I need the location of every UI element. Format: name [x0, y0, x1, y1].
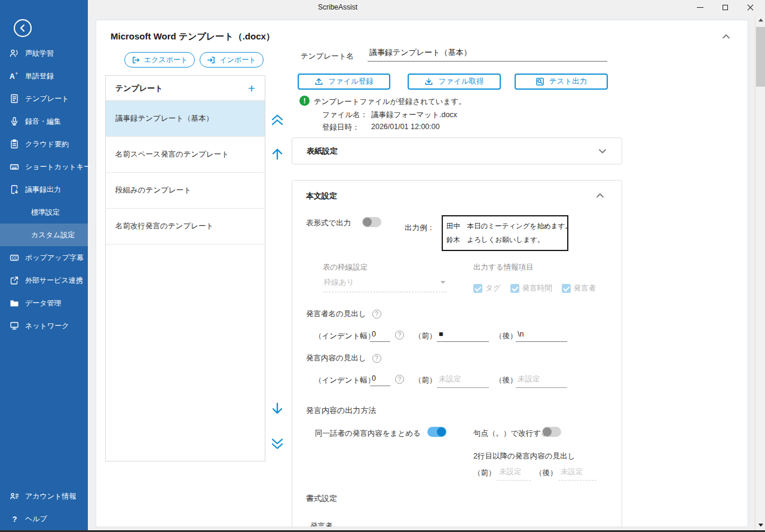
import-button[interactable]: インポート: [200, 52, 264, 68]
vertical-scrollbar[interactable]: [755, 15, 765, 530]
merge-speaker-label: 同一話者の発言内容をまとめる: [315, 429, 421, 439]
move-bottom-button[interactable]: [270, 437, 284, 451]
template-list-item[interactable]: 段組みのテンプレート: [106, 173, 265, 209]
speaker-indent-field[interactable]: 0: [370, 330, 390, 342]
content-indent-field[interactable]: 0: [370, 374, 390, 386]
sidebar-item-record-edit[interactable]: 録音・編集: [0, 110, 88, 133]
scroll-up-button[interactable]: [755, 15, 765, 25]
sidebar-item-popup-subtitles[interactable]: CC ポップアップ字幕: [0, 246, 88, 269]
sidebar-item-help[interactable]: ? ヘルプ: [0, 507, 88, 530]
sidebar-item-label: 単語登録: [25, 71, 54, 81]
add-template-button[interactable]: +: [248, 82, 255, 94]
cc-icon: CC: [10, 253, 19, 262]
sidebar-item-template[interactable]: テンプレート: [0, 87, 88, 110]
period-break-toggle[interactable]: [542, 427, 561, 437]
test-output-button[interactable]: テスト出力: [515, 74, 608, 90]
scroll-down-button[interactable]: [755, 520, 765, 530]
help-circle-icon[interactable]: [395, 375, 404, 384]
minimize-button[interactable]: [687, 0, 712, 15]
svg-text:A: A: [10, 72, 15, 81]
file-register-label: ファイル登録: [328, 77, 374, 87]
template-list-item[interactable]: 議事録テンプレート（基本）: [106, 101, 265, 137]
app-window: ScribeAssist 声紋学習 A+ 単語登録 テンプレート: [0, 0, 765, 532]
file-register-button[interactable]: ファイル登録: [298, 74, 390, 90]
after-label: （後）: [495, 375, 518, 386]
sidebar-item-label: ヘルプ: [25, 514, 47, 524]
checkbox-checked-icon: [473, 284, 482, 293]
sidebar-item-external-services[interactable]: 外部サービス連携: [0, 269, 88, 292]
table-output-toggle[interactable]: [362, 217, 381, 227]
example-line: 田中 本日のミーティングを始めます。: [446, 219, 564, 233]
body-settings-section: 本文設定 表形式で出力 出力例： 田中 本日のミーティングを始めます。 鈴木 よ…: [292, 180, 622, 527]
move-top-button[interactable]: [270, 112, 284, 127]
sidebar-item-label: ショートカットキー: [25, 162, 91, 172]
sidebar-item-label: 標準設定: [31, 207, 60, 218]
export-button[interactable]: エクスポート: [124, 52, 195, 68]
file-fetch-button[interactable]: ファイル取得: [408, 74, 501, 90]
content-before-field[interactable]: 未設定: [437, 374, 489, 388]
maximize-button[interactable]: [712, 0, 738, 15]
collapse-panel-chevron-up-icon[interactable]: [721, 32, 731, 41]
back-button[interactable]: [14, 19, 32, 37]
caret-down-icon: [440, 281, 445, 284]
sidebar-item-voiceprint[interactable]: 声紋学習: [0, 42, 88, 65]
chevron-down-icon[interactable]: [598, 146, 607, 156]
sidebar-item-minutes-output[interactable]: 議事録出力: [0, 178, 88, 201]
checkbox-tag[interactable]: タグ: [473, 283, 501, 293]
help-circle-icon[interactable]: [372, 310, 381, 319]
chevron-up-icon[interactable]: [595, 191, 605, 200]
cover-settings-section[interactable]: 表紙設定: [292, 137, 622, 164]
second-after-field[interactable]: 未設定: [559, 467, 596, 481]
sidebar-item-data-management[interactable]: データ管理: [0, 292, 88, 314]
sidebar-bottom-menu: アカウント情報 ? ヘルプ: [0, 485, 88, 530]
speaker-after-field[interactable]: \n: [516, 330, 567, 342]
content-after-field[interactable]: 未設定: [516, 374, 567, 388]
content-heading-label: 発言内容の見出し: [306, 353, 366, 363]
double-chevron-up-icon: [270, 112, 284, 127]
example-line: 鈴木 よろしくお願いします。: [446, 233, 564, 247]
minutes-output-icon: [10, 185, 19, 194]
help-circle-icon[interactable]: [395, 331, 404, 340]
template-item-label: 議事録テンプレート（基本）: [115, 114, 213, 124]
arrow-left-icon: [18, 23, 27, 33]
template-name-input[interactable]: [368, 48, 607, 62]
triangle-up-icon: [758, 19, 763, 22]
sidebar-item-label: 議事録出力: [25, 185, 61, 195]
sidebar-item-label: 声紋学習: [25, 48, 54, 59]
voiceprint-icon: [10, 48, 19, 58]
sidebar-item-shortcut-keys[interactable]: ショートカットキー: [0, 155, 88, 178]
output-method-label: 発言内容の出力方法: [306, 405, 376, 416]
minimize-icon: [697, 7, 703, 8]
checkbox-label: 発言時間: [522, 283, 552, 293]
body-settings-title: 本文設定: [306, 191, 337, 201]
status-message: テンプレートファイルが登録されています。: [314, 97, 466, 107]
format-settings-label: 書式設定: [306, 493, 337, 504]
speaker-before-field[interactable]: ■: [437, 330, 489, 342]
template-list-item[interactable]: 名前スペース発言のテンプレート: [106, 137, 265, 173]
checkbox-speech-time[interactable]: 発言時間: [510, 283, 552, 293]
checkbox-speaker[interactable]: 発言者: [562, 283, 596, 293]
sidebar-item-word-register[interactable]: A+ 単語登録: [0, 65, 88, 87]
move-down-button[interactable]: [270, 401, 284, 415]
border-style-select[interactable]: 枠線あり: [323, 277, 446, 292]
export-button-label: エクスポート: [144, 55, 188, 65]
sidebar-item-standard-settings[interactable]: 標準設定: [0, 201, 88, 224]
upload-icon: [314, 77, 323, 86]
svg-text:?: ?: [13, 515, 17, 524]
close-button[interactable]: [738, 0, 763, 15]
search-output-icon: [536, 77, 544, 86]
sidebar-item-cloud-summary[interactable]: クラウド要約: [0, 133, 88, 155]
template-list-item[interactable]: 名前改行発言のテンプレート: [106, 209, 265, 244]
success-status-icon: [299, 96, 310, 106]
scrollbar-thumb[interactable]: [756, 27, 765, 87]
sidebar-item-custom-settings[interactable]: カスタム設定: [0, 224, 88, 246]
help-circle-icon[interactable]: [372, 354, 381, 363]
sidebar-item-network[interactable]: ネットワーク: [0, 314, 88, 337]
sidebar-item-account-info[interactable]: アカウント情報: [0, 485, 88, 507]
after-label: （後）: [535, 468, 558, 478]
sidebar: 声紋学習 A+ 単語登録 テンプレート 録音・編集 クラウド要約 ショートカット…: [0, 0, 88, 532]
before-label: （前）: [473, 468, 496, 478]
merge-speaker-toggle[interactable]: [427, 427, 446, 437]
second-before-field[interactable]: 未設定: [497, 467, 531, 481]
move-up-button[interactable]: [270, 147, 284, 161]
